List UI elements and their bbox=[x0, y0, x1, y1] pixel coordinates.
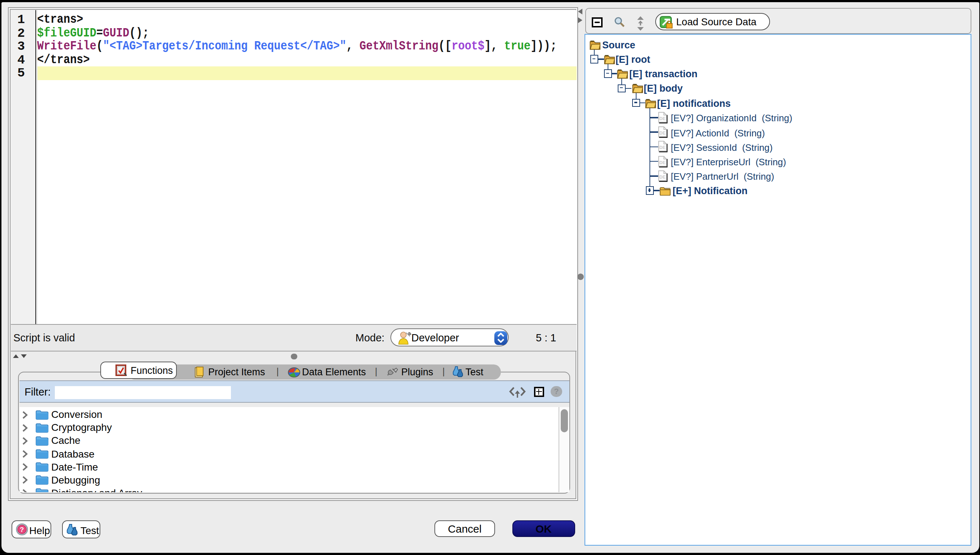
svg-text:?: ? bbox=[20, 526, 24, 533]
